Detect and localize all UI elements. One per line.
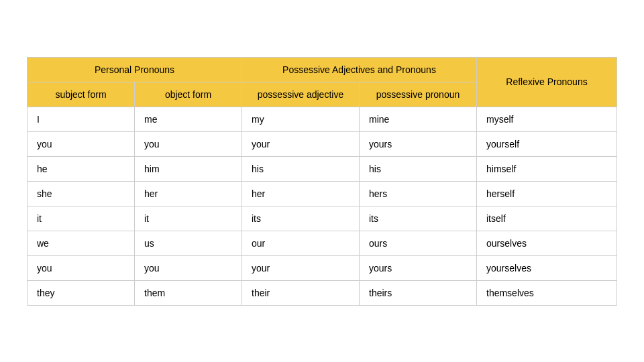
cell-reflexive-1: yourself [477, 131, 617, 156]
cell-poss_pro-3: hers [360, 181, 477, 206]
cell-reflexive-3: herself [477, 181, 617, 206]
cell-subject-1: you [28, 131, 135, 156]
cell-reflexive-4: itself [477, 206, 617, 231]
table-row: weusouroursourselves [28, 231, 617, 255]
cell-subject-3: she [28, 181, 135, 206]
table-row: itititsitsitself [28, 206, 617, 231]
cell-poss_adj-0: my [242, 107, 360, 131]
table-row: hehimhishishimself [28, 156, 617, 181]
cell-subject-2: he [28, 156, 135, 181]
cell-object-2: him [135, 156, 242, 181]
cell-subject-0: I [28, 107, 135, 131]
cell-object-6: you [135, 255, 242, 280]
table-row: theythemtheirtheirsthemselves [28, 280, 617, 305]
cell-object-5: us [135, 231, 242, 255]
cell-poss_adj-1: your [242, 131, 360, 156]
possessive-adjective-header: possessive adjective [242, 82, 360, 107]
reflexive-header: Reflexive Pronouns [477, 57, 617, 107]
cell-poss_adj-2: his [242, 156, 360, 181]
cell-object-7: them [135, 280, 242, 305]
table-row: Imemyminemyself [28, 107, 617, 131]
cell-reflexive-5: ourselves [477, 231, 617, 255]
cell-object-1: you [135, 131, 242, 156]
header-row: Personal Pronouns Possessive Adjectives … [28, 57, 617, 82]
cell-reflexive-7: themselves [477, 280, 617, 305]
pronoun-table: Personal Pronouns Possessive Adjectives … [27, 57, 617, 306]
cell-subject-6: you [28, 255, 135, 280]
cell-poss_pro-6: yours [360, 255, 477, 280]
cell-object-3: her [135, 181, 242, 206]
cell-poss_adj-7: their [242, 280, 360, 305]
cell-poss_pro-5: ours [360, 231, 477, 255]
cell-poss_pro-4: its [360, 206, 477, 231]
cell-subject-5: we [28, 231, 135, 255]
table-body: Imemyminemyselfyouyouyouryoursyourselfhe… [28, 107, 617, 305]
cell-reflexive-0: myself [477, 107, 617, 131]
cell-poss_pro-0: mine [360, 107, 477, 131]
personal-pronouns-header: Personal Pronouns [28, 57, 242, 82]
possessive-header: Possessive Adjectives and Pronouns [242, 57, 477, 82]
cell-subject-7: they [28, 280, 135, 305]
table-row: youyouyouryoursyourself [28, 131, 617, 156]
object-form-header: object form [135, 82, 242, 107]
cell-subject-4: it [28, 206, 135, 231]
subject-form-header: subject form [28, 82, 135, 107]
possessive-pronoun-header: possessive pronoun [360, 82, 477, 107]
cell-poss_adj-5: our [242, 231, 360, 255]
cell-object-0: me [135, 107, 242, 131]
cell-poss_pro-7: theirs [360, 280, 477, 305]
table-row: sheherherhersherself [28, 181, 617, 206]
table-row: youyouyouryoursyourselves [28, 255, 617, 280]
pronoun-table-wrapper: Personal Pronouns Possessive Adjectives … [27, 57, 617, 306]
cell-poss_adj-4: its [242, 206, 360, 231]
cell-poss_pro-1: yours [360, 131, 477, 156]
cell-object-4: it [135, 206, 242, 231]
cell-poss_pro-2: his [360, 156, 477, 181]
cell-reflexive-2: himself [477, 156, 617, 181]
cell-poss_adj-3: her [242, 181, 360, 206]
cell-reflexive-6: yourselves [477, 255, 617, 280]
cell-poss_adj-6: your [242, 255, 360, 280]
